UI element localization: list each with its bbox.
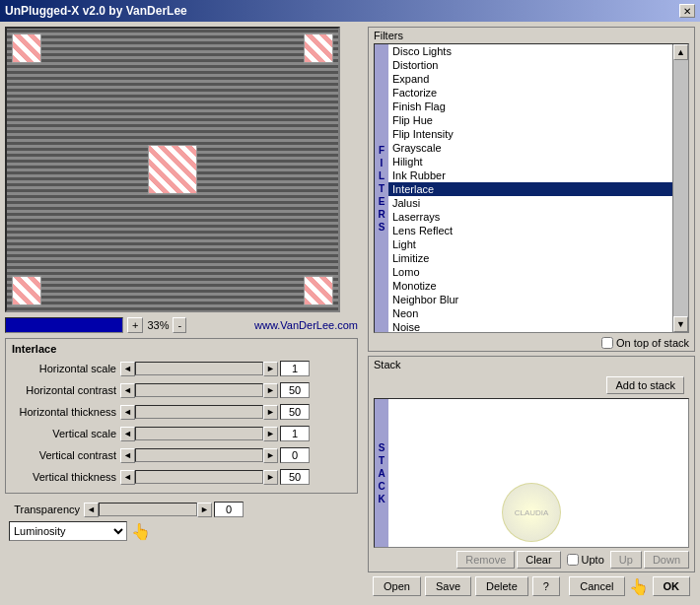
param-2-left[interactable]: ◄ [120, 405, 135, 420]
param-2-slider[interactable] [135, 405, 263, 419]
param-5-right[interactable]: ► [263, 470, 278, 485]
filter-label-char: F [379, 144, 385, 157]
down-button[interactable]: Down [644, 551, 689, 569]
bottom-buttons-row: Open Save Delete ? Cancel 👆 OK [368, 572, 695, 600]
scroll-down-btn[interactable]: ▼ [673, 316, 688, 332]
transparency-left[interactable]: ◄ [84, 503, 99, 517]
params-group-title: Interlace [12, 343, 351, 355]
filter-label-char: R [378, 208, 385, 221]
upto-checkbox-label[interactable]: Upto [567, 551, 604, 569]
filter-item[interactable]: Disco Lights [388, 44, 672, 58]
param-2-right[interactable]: ► [263, 405, 278, 420]
param-4-left[interactable]: ◄ [120, 448, 135, 463]
param-2-value[interactable] [280, 404, 310, 420]
filter-item[interactable]: Jalusi [388, 196, 672, 210]
window: UnPlugged-X v2.0 by VanDerLee ✕ [0, 0, 700, 605]
scroll-up-btn[interactable]: ▲ [673, 44, 688, 60]
param-4-right[interactable]: ► [263, 448, 278, 463]
filter-item[interactable]: Laserrays [388, 210, 672, 224]
param-row-2: Horizontal thickness ◄ ► [12, 402, 351, 422]
zoom-pct: 33% [147, 319, 169, 331]
param-4-slider[interactable] [135, 448, 263, 462]
filter-item[interactable]: Neon [388, 306, 672, 320]
filter-item[interactable]: Finish Flag [388, 100, 672, 113]
filters-label-col: FILTERS [375, 44, 388, 332]
param-label-3: Vertical scale [12, 428, 120, 439]
filter-item[interactable]: Grayscale [388, 141, 672, 155]
param-1-left[interactable]: ◄ [120, 383, 135, 398]
ok-button[interactable]: OK [653, 576, 691, 596]
up-button[interactable]: Up [610, 551, 642, 569]
blend-mode-select[interactable]: LuminosityNormalMultiplyScreenOverlay [9, 521, 127, 541]
progress-row: + 33% - www.VanDerLee.com [5, 317, 358, 333]
param-3-left[interactable]: ◄ [120, 427, 135, 441]
filter-scrollbar: ▲ ▼ [672, 44, 688, 332]
filters-list[interactable]: FILTERS Disco LightsDistortionExpandFact… [374, 43, 689, 333]
stack-buttons-row: Remove Clear Upto Up Down [369, 548, 694, 571]
param-3-value[interactable] [280, 426, 310, 441]
param-row-1: Horizontal contrast ◄ ► [12, 380, 351, 400]
transparency-right[interactable]: ► [197, 503, 212, 517]
website-link[interactable]: www.VanDerLee.com [254, 319, 358, 331]
delete-button[interactable]: Delete [475, 576, 528, 596]
watermark: CLAUDIA [502, 483, 561, 542]
param-label-5: Vertical thickness [12, 471, 120, 483]
filter-item[interactable]: Lomo [388, 265, 672, 279]
filter-item[interactable]: Flip Intensity [388, 127, 672, 141]
help-button[interactable]: ? [532, 576, 560, 596]
close-button[interactable]: ✕ [679, 4, 695, 18]
ontop-checkbox[interactable] [601, 337, 613, 349]
filter-item[interactable]: Monotize [388, 279, 672, 293]
hand-icon-2: 👆 [629, 577, 649, 596]
remove-button[interactable]: Remove [456, 551, 515, 569]
clear-button[interactable]: Clear [517, 551, 560, 569]
param-5-value[interactable] [280, 469, 310, 485]
param-0-left[interactable]: ◄ [120, 362, 135, 376]
left-panel: + 33% - www.VanDerLee.com Interlace Hori… [0, 22, 363, 605]
param-4-value[interactable] [280, 447, 310, 463]
filter-item[interactable]: Neighbor Blur [388, 293, 672, 306]
filter-item[interactable]: Ink Rubber [388, 168, 672, 182]
ontop-row: On top of stack [369, 335, 694, 351]
filter-list-inner: Disco LightsDistortionExpandFactorizeFin… [388, 44, 672, 333]
param-1-right[interactable]: ► [263, 383, 278, 398]
filter-item[interactable]: Expand [388, 72, 672, 86]
filter-item[interactable]: Distortion [388, 58, 672, 72]
param-label-2: Horizontal thickness [12, 406, 120, 418]
transparency-value[interactable] [214, 502, 244, 517]
zoom-out-button[interactable]: - [173, 317, 186, 333]
stack-title: Stack [369, 357, 694, 372]
save-button[interactable]: Save [425, 576, 471, 596]
scroll-track[interactable] [673, 60, 688, 316]
param-3-right[interactable]: ► [263, 427, 278, 441]
upto-checkbox[interactable] [567, 554, 579, 566]
param-1-value[interactable] [280, 382, 310, 398]
stack-group: Stack Add to stack STACK CLAUDIA Remove … [368, 356, 695, 572]
filter-item[interactable]: Lens Reflect [388, 224, 672, 237]
hand-icon: 👆 [131, 522, 151, 541]
filter-item[interactable]: Factorize [388, 86, 672, 100]
zoom-in-button[interactable]: + [127, 317, 143, 333]
stack-label-char: C [378, 480, 385, 493]
param-0-right[interactable]: ► [263, 362, 278, 376]
param-1-slider[interactable] [135, 383, 263, 397]
transparency-slider[interactable] [99, 503, 197, 516]
filter-item[interactable]: Noise [388, 320, 672, 333]
param-3-slider[interactable] [135, 427, 263, 440]
cancel-button[interactable]: Cancel [569, 576, 624, 596]
filter-item[interactable]: Limitize [388, 251, 672, 265]
filter-item[interactable]: Hilight [388, 155, 672, 168]
param-0-value[interactable] [280, 361, 310, 376]
add-to-stack-button[interactable]: Add to stack [606, 376, 684, 394]
param-row-5: Vertical thickness ◄ ► [12, 467, 351, 487]
param-0-slider[interactable] [135, 362, 263, 375]
param-row-0: Horizontal scale ◄ ► [12, 359, 351, 378]
filter-item[interactable]: Light [388, 237, 672, 251]
ontop-checkbox-label[interactable]: On top of stack [601, 337, 689, 349]
filters-group: Filters FILTERS Disco LightsDistortionEx… [368, 27, 695, 352]
open-button[interactable]: Open [373, 576, 421, 596]
filter-item[interactable]: Flip Hue [388, 113, 672, 127]
param-5-left[interactable]: ◄ [120, 470, 135, 485]
filter-item[interactable]: Interlace [388, 182, 672, 196]
param-5-slider[interactable] [135, 470, 263, 484]
